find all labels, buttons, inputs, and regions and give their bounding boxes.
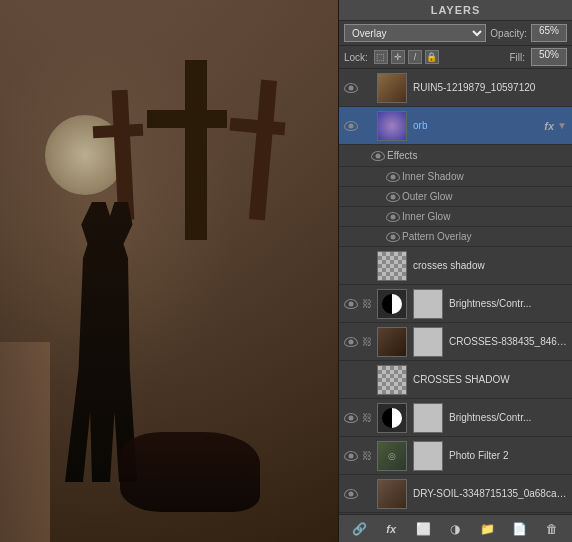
opacity-value[interactable]: 65% [531,24,567,42]
eye-icon [344,83,358,93]
brightness-thumb-icon [382,294,402,314]
eye-icon [344,121,358,131]
link-col: ⛓ [360,412,374,423]
cross-center-vertical [185,60,207,240]
add-mask-button[interactable]: ⬜ [412,518,434,540]
panel-title: LAYERS [339,0,572,21]
layer-row[interactable]: crosses shadow [339,247,572,285]
lock-fill-row: Lock: ⬚ ✛ / 🔒 Fill: 50% [339,46,572,69]
effect-visibility[interactable] [384,232,402,242]
collapse-arrow-icon[interactable]: ▼ [557,120,567,131]
layers-list[interactable]: RUIN5-1219879_10597120 orb fx ▼ Effects … [339,69,572,514]
lock-transparent-icon[interactable]: ⬚ [374,50,388,64]
brightness-thumb-icon [382,408,402,428]
link-col: ⛓ [360,336,374,347]
layer-row[interactable]: ⛓ Brightness/Contr... [339,399,572,437]
layer-name: CROSSES SHADOW [410,374,569,385]
visibility-toggle[interactable] [342,413,360,423]
photo-area [0,0,338,542]
eye-icon [344,451,358,461]
layer-thumbnail [377,289,407,319]
layer-mask-thumbnail [413,403,443,433]
layer-row[interactable]: DRY-SOIL-3348715135_0a68ca5... [339,475,572,513]
new-layer-button[interactable]: 📄 [509,518,531,540]
effect-visibility[interactable] [384,212,402,222]
eye-icon [386,212,400,222]
effect-item-row[interactable]: Inner Glow [339,207,572,227]
lock-move-icon[interactable]: ✛ [391,50,405,64]
ground-figure [120,432,260,512]
layer-row[interactable]: CROSSES SHADOW [339,361,572,399]
layer-name: RUIN5-1219879_10597120 [410,82,569,93]
delete-layer-button[interactable]: 🗑 [541,518,563,540]
visibility-toggle[interactable] [342,489,360,499]
effect-item-row[interactable]: Pattern Overlay [339,227,572,247]
add-fx-button[interactable]: fx [380,518,402,540]
link-col: ⛓ [360,450,374,461]
lock-icons-group: ⬚ ✛ / 🔒 [374,50,439,64]
layer-name: Brightness/Contr... [446,412,569,423]
blend-opacity-row: Overlay Normal Multiply Screen Opacity: … [339,21,572,46]
eye-icon [344,299,358,309]
effects-label: Effects [387,150,417,161]
eye-icon [386,232,400,242]
visibility-toggle[interactable] [342,299,360,309]
layer-toolbar: 🔗 fx ⬜ ◑ 📁 📄 🗑 [339,514,572,542]
effect-name: Pattern Overlay [402,231,471,242]
layer-thumbnail [377,251,407,281]
effect-visibility[interactable] [384,192,402,202]
effects-visibility[interactable] [369,151,387,161]
fx-badge: fx [541,120,557,132]
lock-label: Lock: [344,52,368,63]
eye-icon [371,151,385,161]
effect-name: Inner Shadow [402,171,464,182]
layer-thumbnail: ◎ [377,441,407,471]
layer-name: orb [410,120,541,131]
layer-thumbnail [377,365,407,395]
layer-name: Photo Filter 2 [446,450,569,461]
layer-row[interactable]: orb fx ▼ [339,107,572,145]
visibility-toggle[interactable] [342,337,360,347]
fill-label: Fill: [509,52,525,63]
eye-icon [386,172,400,182]
layer-name: CROSSES-838435_8463... [446,336,569,347]
layer-name: crosses shadow [410,260,569,271]
layer-row[interactable]: ⛓ Brightness/Contr... [339,285,572,323]
eye-icon [344,337,358,347]
effect-item-row[interactable]: Outer Glow [339,187,572,207]
cross-center-horizontal [147,110,227,128]
eye-icon [344,489,358,499]
panel-title-text: LAYERS [431,4,481,16]
effect-name: Inner Glow [402,211,450,222]
blend-mode-select[interactable]: Overlay Normal Multiply Screen [344,24,486,42]
new-group-button[interactable]: 📁 [477,518,499,540]
layer-thumbnail [377,111,407,141]
effects-group-row[interactable]: Effects [339,145,572,167]
link-col: ⛓ [360,298,374,309]
effect-name: Outer Glow [402,191,453,202]
layer-name: Brightness/Contr... [446,298,569,309]
layer-thumbnail [377,327,407,357]
lock-artboard-icon[interactable]: / [408,50,422,64]
eye-icon [386,192,400,202]
layer-thumbnail [377,479,407,509]
layer-thumbnail [377,403,407,433]
new-fill-button[interactable]: ◑ [444,518,466,540]
layer-row[interactable]: RUIN5-1219879_10597120 [339,69,572,107]
layer-row[interactable]: ⛓ ◎ Photo Filter 2 [339,437,572,475]
link-layers-button[interactable]: 🔗 [348,518,370,540]
layer-mask-thumbnail [413,441,443,471]
visibility-toggle[interactable] [342,83,360,93]
layer-row[interactable]: ⛓ CROSSES-838435_8463... [339,323,572,361]
effect-visibility[interactable] [384,172,402,182]
visibility-toggle[interactable] [342,451,360,461]
layer-name: DRY-SOIL-3348715135_0a68ca5... [410,488,569,499]
arch-left [0,342,50,542]
layer-thumbnail [377,73,407,103]
lock-all-icon[interactable]: 🔒 [425,50,439,64]
fill-value[interactable]: 50% [531,48,567,66]
effect-item-row[interactable]: Inner Shadow [339,167,572,187]
layer-mask-thumbnail [413,289,443,319]
eye-icon [344,413,358,423]
visibility-toggle[interactable] [342,121,360,131]
